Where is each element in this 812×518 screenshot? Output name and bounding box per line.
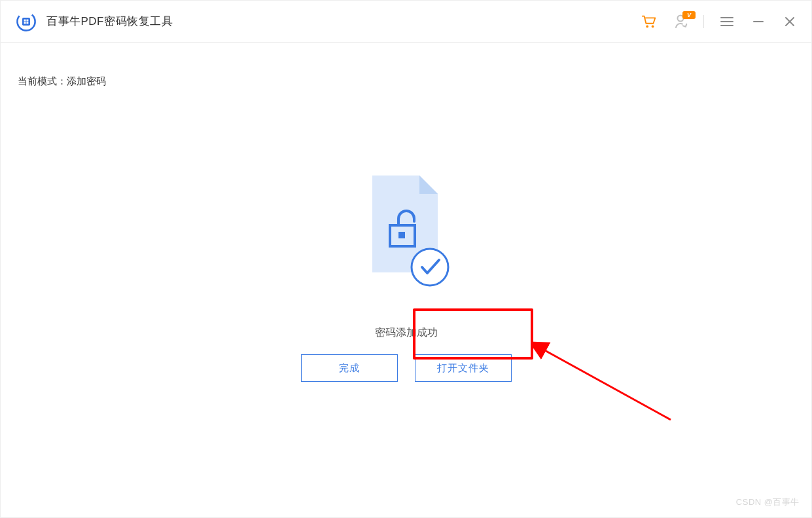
result-block: 密码添加成功 完成 打开文件夹 bbox=[1, 170, 811, 382]
svg-point-7 bbox=[652, 25, 654, 28]
app-window: 百事牛PDF密码恢复工具 V bbox=[0, 0, 812, 518]
title-left: 百事牛PDF密码恢复工具 bbox=[15, 10, 173, 33]
mode-line: 当前模式：添加密码 bbox=[18, 75, 794, 88]
done-button[interactable]: 完成 bbox=[301, 354, 398, 382]
app-title: 百事牛PDF密码恢复工具 bbox=[46, 14, 173, 29]
svg-rect-4 bbox=[24, 22, 26, 24]
separator bbox=[703, 15, 704, 28]
button-row: 完成 打开文件夹 bbox=[301, 354, 512, 382]
content-area: 当前模式：添加密码 密码添加成功 bbox=[1, 43, 811, 517]
svg-rect-3 bbox=[26, 19, 28, 21]
close-icon[interactable] bbox=[781, 13, 798, 30]
svg-rect-5 bbox=[26, 22, 28, 24]
document-lock-success-icon bbox=[361, 170, 452, 295]
app-logo-icon bbox=[15, 10, 37, 33]
svg-point-6 bbox=[646, 25, 648, 28]
user-vip-icon[interactable]: V bbox=[672, 13, 689, 30]
open-folder-button[interactable]: 打开文件夹 bbox=[415, 354, 512, 382]
cart-icon[interactable] bbox=[641, 13, 658, 30]
status-text: 密码添加成功 bbox=[375, 326, 438, 340]
svg-rect-18 bbox=[398, 232, 405, 238]
svg-rect-2 bbox=[24, 19, 26, 21]
svg-text:V: V bbox=[687, 12, 692, 18]
minimize-icon[interactable] bbox=[750, 13, 767, 30]
menu-icon[interactable] bbox=[718, 13, 735, 30]
title-right: V bbox=[641, 13, 798, 30]
titlebar: 百事牛PDF密码恢复工具 V bbox=[1, 1, 811, 43]
mode-value: 添加密码 bbox=[67, 75, 106, 86]
svg-point-19 bbox=[412, 249, 448, 286]
svg-rect-1 bbox=[22, 18, 30, 26]
watermark: CSDN @百事牛 bbox=[736, 496, 800, 508]
mode-label: 当前模式： bbox=[18, 75, 67, 86]
